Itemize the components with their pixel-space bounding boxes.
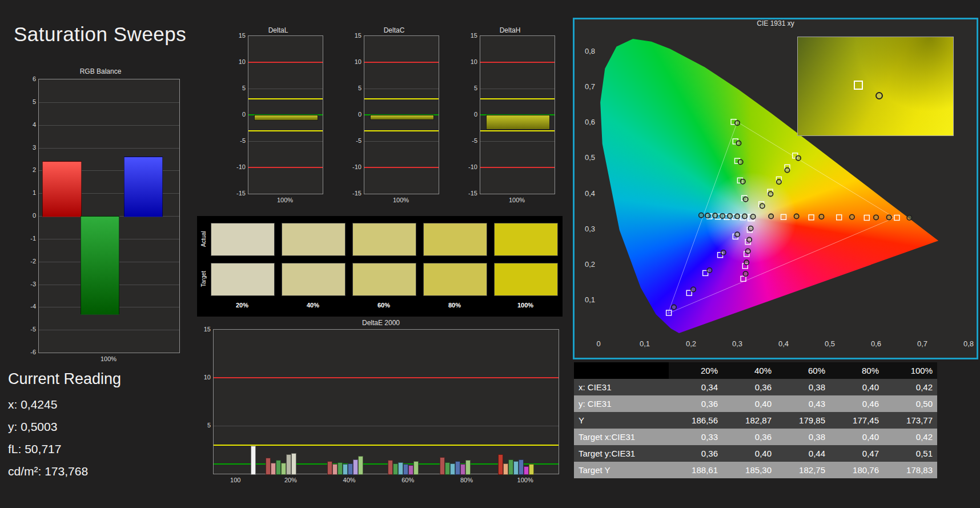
swatch-target-40% (282, 263, 346, 296)
current-reading-fl: fL: 50,717 (8, 442, 61, 456)
y-axis-tick: -15 (230, 190, 246, 197)
table-value-cell: 179,85 (776, 412, 830, 429)
table-row: x: CIE310,340,360,380,400,42 (574, 379, 937, 395)
x-axis-label: 100% (393, 197, 409, 203)
measurement-point (744, 260, 749, 265)
x-axis-tick: 0,8 (963, 339, 974, 348)
deltae-bar (440, 457, 445, 475)
table-value-cell: 0,40 (722, 445, 776, 462)
delta-h-chart[interactable]: DeltaH-15-10-5051015100% (459, 26, 561, 212)
plot-area (480, 35, 555, 194)
x-axis-tick: 0,5 (825, 339, 835, 348)
y-axis-tick: 0 (346, 111, 362, 118)
measurement-point (769, 214, 773, 218)
chart-title: DeltaE 2000 (197, 319, 565, 327)
y-axis-tick: -1 (20, 235, 36, 242)
delta-e-2000-chart[interactable]: DeltaE 20005101510020%40%60%80%100% (197, 319, 565, 496)
table-value-cell: 0,47 (830, 445, 883, 462)
deltae-bar (455, 461, 460, 475)
results-table[interactable]: 20%40%60%80%100%x: CIE310,340,360,380,40… (574, 362, 937, 478)
swatch-col-label: 100% (517, 302, 533, 309)
color-swatch-panel[interactable]: ActualTarget20%40%60%80%100% (197, 216, 563, 317)
reference-line (248, 62, 323, 63)
swatch-actual-100% (494, 223, 558, 256)
measurement-point (741, 179, 745, 183)
reference-line (364, 130, 439, 131)
table-row-label: x: CIE31 (574, 379, 669, 395)
rgb-balance-chart[interactable]: RGB Balance-6-5-4-3-2-10123456100% (20, 67, 181, 370)
gridline (39, 125, 179, 126)
y-axis-tick: 15 (461, 32, 477, 39)
measurement-point (760, 203, 765, 208)
current-reading-heading: Current Reading (8, 370, 121, 388)
table-value-cell: 0,38 (776, 379, 830, 395)
current-reading-cdm2: cd/m²: 173,768 (8, 465, 88, 478)
measurement-point (699, 213, 704, 217)
deltae-bar (327, 461, 332, 475)
y-axis-tick: -3 (20, 281, 36, 287)
rgb-bar-red (42, 161, 81, 217)
y-axis-tick: 10 (346, 58, 362, 65)
y-axis-tick: 15 (195, 326, 211, 333)
deltae-bar (348, 463, 353, 475)
cie-1931-diagram[interactable]: CIE 1931 xy00,10,20,30,40,50,60,70,80,10… (573, 18, 978, 359)
measurement-point (705, 213, 710, 218)
swatch-col-label: 80% (448, 302, 461, 309)
deltae-bar (498, 454, 503, 475)
y-axis-tick: 15 (346, 32, 362, 39)
y-axis-tick: -10 (461, 163, 477, 170)
y-axis-tick: 0 (230, 111, 246, 118)
x-axis-label: 100% (277, 197, 293, 203)
deltae-bar (508, 459, 513, 475)
y-axis-tick: 5 (20, 98, 36, 105)
table-value-cell: 0,36 (669, 395, 722, 412)
y-axis-tick: 10 (230, 58, 246, 65)
reference-line (480, 130, 555, 131)
target-square (686, 290, 692, 295)
inset-target-square (854, 81, 863, 90)
measurement-point (747, 237, 752, 242)
table-row: Target y:CIE310,360,400,440,470,51 (574, 445, 937, 462)
reference-line (364, 98, 439, 99)
deltae-bar (393, 463, 398, 475)
table-header-cell: 100% (883, 362, 937, 379)
table-value-cell: 188,61 (669, 462, 722, 478)
swatch-target-60% (352, 263, 416, 296)
target-square (781, 214, 786, 219)
reference-line (364, 62, 439, 63)
table-row-label: Target y:CIE31 (574, 445, 669, 462)
plot-area (248, 35, 323, 194)
plot-area (364, 35, 439, 194)
y-axis-tick: 0,3 (579, 224, 595, 233)
reference-line (248, 167, 323, 168)
table-value-cell: 0,36 (722, 429, 776, 445)
table-value-cell: 0,36 (722, 379, 776, 395)
delta-l-chart[interactable]: DeltaL-15-10-5051015100% (227, 26, 329, 212)
table-value-cell: 0,46 (830, 395, 883, 412)
target-square (864, 215, 869, 221)
table-header-cell: 40% (722, 362, 776, 379)
deltae-bar (281, 463, 286, 475)
measurement-point (735, 232, 740, 237)
x-axis-tick: 0,7 (917, 339, 927, 348)
table-header-cell: 20% (669, 362, 722, 379)
inset-measurement-dot (875, 92, 883, 99)
y-axis-tick: 2 (20, 166, 36, 173)
x-axis-tick: 60% (401, 477, 414, 483)
current-reading-y: y: 0,5003 (8, 420, 57, 434)
deltae-bar (343, 464, 348, 475)
measurement-point (819, 214, 824, 219)
table-row: Target x:CIE310,330,360,380,400,42 (574, 429, 937, 445)
measurement-point (736, 141, 741, 145)
gridline (214, 426, 559, 426)
delta-c-chart[interactable]: DeltaC-15-10-5051015100% (343, 26, 445, 212)
deltae-bar (353, 459, 358, 475)
measurement-point (728, 214, 732, 218)
y-axis-tick: -5 (20, 326, 36, 333)
y-axis-tick: -2 (20, 258, 36, 265)
gridline (39, 148, 179, 149)
x-axis-tick: 20% (284, 477, 297, 483)
measurement-point (738, 159, 742, 164)
reference-line (480, 98, 555, 99)
x-axis-tick: 40% (343, 477, 356, 483)
